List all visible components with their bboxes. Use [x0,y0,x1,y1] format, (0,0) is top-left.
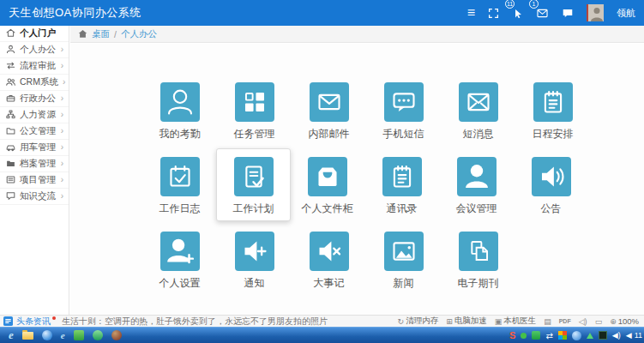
tile-label: 电子期刊 [458,276,499,291]
tile-label: 公告 [541,202,562,216]
volume-icon [532,157,571,196]
taskbar-cloud-icon[interactable] [42,329,52,342]
app-title: 天生创想OA协同办公系统 [0,5,141,21]
tile-contacts[interactable]: 通讯录 [364,157,439,216]
status-speed-up[interactable]: ⊞电脑加速 [446,316,487,327]
home-icon [6,28,15,39]
panel-icon[interactable]: ▤ [544,317,551,326]
mail-icon[interactable]: 1 [536,4,549,21]
sidebar-item-human-resources[interactable]: 人力资源› [0,107,69,123]
tray-globe-icon[interactable] [572,329,581,342]
tile-notification[interactable]: 通知 [217,232,292,291]
chevron-right-icon: › [61,62,63,70]
breadcrumb: 桌面 / 个人办公 [70,26,644,43]
sidebar-item-label: 人力资源 [20,109,56,121]
sidebar-item-admin-office[interactable]: 行政办公› [0,91,69,107]
speaker-icon[interactable]: ◁) [579,317,587,326]
taskbar-folder-icon[interactable] [22,329,33,342]
tile-label: 通讯录 [387,202,418,216]
avatar[interactable] [587,4,604,21]
tile-schedule[interactable]: 日程安排 [515,82,590,141]
sidebar-item-personal-office[interactable]: 个人办公› [0,42,69,58]
topbar-actions: ≡ 11 1 领航 [467,4,644,21]
sidebar-item-label: 个人办公 [20,44,56,56]
status-label: 电脑加速 [454,316,487,327]
main-content: 我的考勤任务管理内部邮件手机短信短消息日程安排工作日志工作计划个人文件柜通讯录会… [70,44,644,315]
tile-label: 新闻 [394,276,414,291]
ticker-label[interactable]: 头条资讯 [16,316,51,328]
sms-icon [384,82,424,122]
topbar: 天生创想OA协同办公系统 ≡ 11 1 领航 [0,0,644,26]
mail-open-icon [310,82,349,122]
fullscreen-icon[interactable] [488,4,499,21]
taskbar-green-app-icon[interactable] [74,329,84,342]
sidebar-item-document-management[interactable]: 公文管理› [0,123,69,140]
chevron-right-icon: › [61,127,63,135]
menu-icon[interactable]: ≡ [467,4,475,21]
chat-icon[interactable] [562,4,574,21]
users-icon [6,77,15,88]
sidebar-item-personal-portal[interactable]: 个人门户 [0,26,69,42]
taskbar-browser-icon[interactable] [111,329,122,342]
zoom-level[interactable]: ⊕100% [610,316,639,326]
tile-personal-settings[interactable]: 个人设置 [142,232,217,291]
tray-green-square-icon[interactable] [532,329,540,342]
tile-task-management[interactable]: 任务管理 [217,82,292,141]
tile-memorabilia[interactable]: 大事记 [292,232,366,291]
tile-short-message[interactable]: 短消息 [441,82,515,141]
status-clean-memory[interactable]: ↻清理内存 [398,316,439,327]
taskbar-ie-icon[interactable]: e [9,329,14,342]
tile-label: 个人设置 [159,276,201,291]
tile-meeting-management[interactable]: 会议管理 [439,157,514,216]
home-icon [78,29,87,39]
tray-win-colors-icon[interactable] [558,329,567,342]
chevron-right-icon: › [61,94,63,103]
calendar-check-icon [160,157,200,196]
sidebar-item-project-management[interactable]: 项目管理› [0,172,69,189]
tile-work-log[interactable]: 工作日志 [142,157,217,216]
pc-doctor-icon: ▣ [495,317,503,326]
clock[interactable]: 11 [635,331,642,340]
tile-internal-mail[interactable]: 内部邮件 [292,82,366,141]
sidebar-item-crm-system[interactable]: CRM系统› [0,75,69,91]
tile-label: 我的考勤 [159,127,201,141]
tile-label: 日程安排 [533,127,574,141]
tile-my-attendance[interactable]: 我的考勤 [142,82,217,141]
tile-personal-cabinet[interactable]: 个人文件柜 [290,157,364,216]
tile-mobile-sms[interactable]: 手机短信 [366,82,441,141]
tile-announcement[interactable]: 公告 [514,157,588,216]
taskbar-ie2-icon[interactable]: e [61,329,65,342]
user-name[interactable]: 领航 [617,7,635,20]
todo-hand-icon[interactable]: 11 [512,4,523,21]
ticker-text[interactable]: 生活十则：空调开的热，肚子饿外卖到了，永远忘不了男朋友拍的照片 [62,316,328,328]
tray-green-dot-icon[interactable] [521,329,527,342]
pages-icon [459,232,498,271]
tile-news[interactable]: 新闻 [366,232,441,291]
grid-icon [235,82,274,122]
status-pc-doctor[interactable]: ▣本机医生 [495,316,537,327]
pdf-icon[interactable]: PDF [559,318,571,324]
tile-grid: 我的考勤任务管理内部邮件手机短信短消息日程安排工作日志工作计划个人文件柜通讯录会… [142,82,590,306]
sidebar-item-vehicle-management[interactable]: 用车管理› [0,140,69,156]
inbox-icon [308,157,347,196]
tile-label: 会议管理 [456,202,497,216]
taskbar-messenger-icon[interactable] [93,329,103,342]
tray-sync-icon[interactable]: ⇄ [545,329,552,342]
tray-sogou-icon[interactable]: S [509,329,515,342]
sidebar-item-workflow-approval[interactable]: 流程审批› [0,58,69,75]
tray-speaker-icon[interactable]: ◀ [626,329,632,342]
sidebar-item-knowledge-exchange[interactable]: 知识交流› [0,189,69,205]
tile-label: 工作日志 [159,202,201,216]
news-icon [6,175,15,186]
window-icon[interactable]: ▭ [595,317,603,326]
tile-e-journal[interactable]: 电子期刊 [441,232,515,291]
breadcrumb-separator: / [114,29,117,39]
sidebar-menu: 个人门户个人办公›流程审批›CRM系统›行政办公›人力资源›公文管理›用车管理›… [0,26,69,205]
tray-speaker-wave-icon[interactable]: ◀) [612,329,621,342]
breadcrumb-home[interactable]: 桌面 [92,28,110,40]
zoom-value: 100% [618,316,639,326]
tray-up-arrow-icon[interactable] [587,329,593,342]
sidebar-item-archive-management[interactable]: 档案管理› [0,156,69,172]
tile-work-plan[interactable]: 工作计划 [216,148,291,221]
tray-dark-square-icon[interactable] [599,329,607,342]
